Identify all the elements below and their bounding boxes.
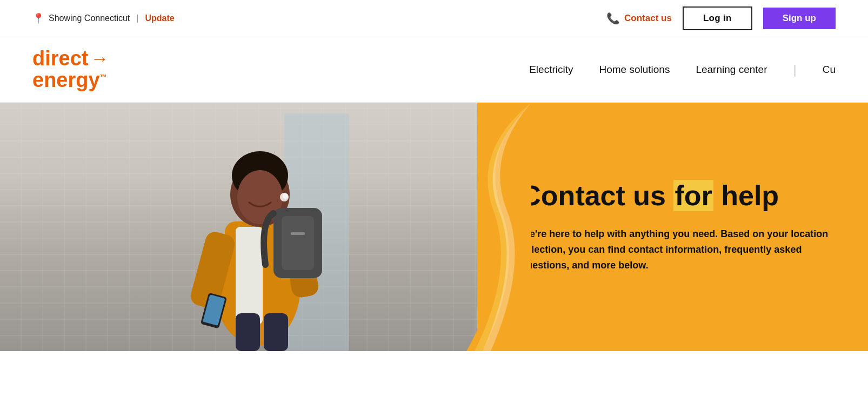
phone-icon: 📞 <box>606 12 620 25</box>
svg-rect-16 <box>236 313 260 351</box>
location-text: Showing Connecticut <box>49 14 130 23</box>
logo-line2: energy™ <box>32 70 109 91</box>
top-right-actions: 📞 Contact us Log in Sign up <box>606 6 836 30</box>
hero-image <box>0 103 477 351</box>
logo-arrow-icon: → <box>90 49 109 69</box>
logo-line1: direct→ <box>32 48 109 70</box>
nav-electricity[interactable]: Electricity <box>529 64 573 76</box>
contact-us-link[interactable]: 📞 Contact us <box>606 12 672 25</box>
svg-rect-3 <box>236 227 263 324</box>
update-link[interactable]: Update <box>145 14 174 23</box>
svg-rect-15 <box>291 232 305 235</box>
hero-title-highlight: for <box>673 180 713 211</box>
nav-cutoff: Cu <box>823 64 836 76</box>
hero-section: Contact us for help We're here to help w… <box>0 103 868 351</box>
nav-links: Electricity Home solutions Learning cent… <box>529 62 836 77</box>
svg-rect-17 <box>264 313 288 351</box>
nav-bar: direct→ energy™ Electricity Home solutio… <box>0 37 868 103</box>
logo-tm: ™ <box>100 73 107 81</box>
nav-home-solutions[interactable]: Home solutions <box>599 64 670 76</box>
login-button[interactable]: Log in <box>683 6 752 30</box>
top-bar: 📍 Showing Connecticut | Update 📞 Contact… <box>0 0 868 37</box>
hero-content: Contact us for help We're here to help w… <box>477 103 868 351</box>
location-icon: 📍 <box>32 12 44 24</box>
hero-person-figure <box>165 113 349 351</box>
nav-separator: | <box>793 62 796 77</box>
nav-learning-center[interactable]: Learning center <box>696 64 767 76</box>
svg-point-8 <box>283 193 288 199</box>
separator: | <box>136 14 138 23</box>
contact-label: Contact us <box>624 13 672 24</box>
hero-description: We're here to help with anything you nee… <box>520 226 830 273</box>
logo[interactable]: direct→ energy™ <box>32 48 109 91</box>
hero-title: Contact us for help <box>520 180 830 211</box>
svg-rect-14 <box>282 216 314 270</box>
signup-button[interactable]: Sign up <box>763 8 836 29</box>
location-info: 📍 Showing Connecticut | Update <box>32 12 175 24</box>
wave-divider <box>423 103 531 351</box>
